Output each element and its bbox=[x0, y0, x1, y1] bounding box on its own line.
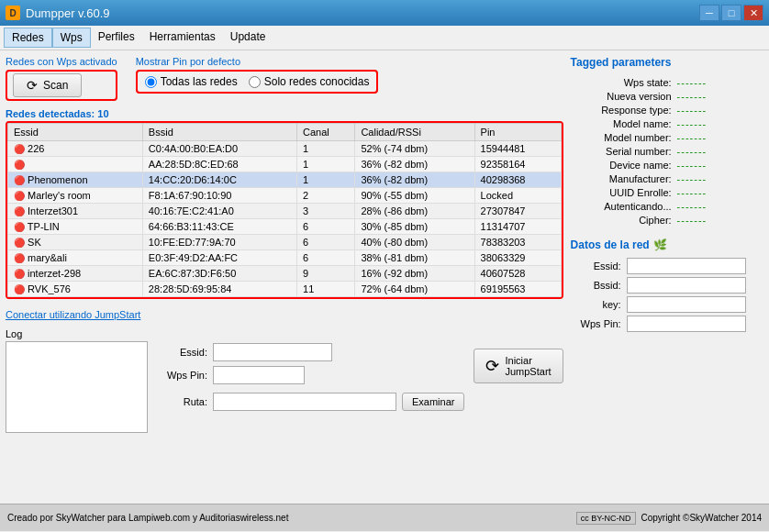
radio-todas[interactable]: Todas las redes bbox=[145, 75, 238, 88]
table-row[interactable]: 🔴 Phenomenon 14:CC:20:D6:14:0C 1 36% (-8… bbox=[8, 172, 562, 188]
datos-row: Bssid: bbox=[571, 277, 763, 294]
cell-canal: 1 bbox=[297, 141, 355, 157]
param-row: Autenticando... ------- bbox=[571, 201, 763, 212]
datos-row: Wps Pin: bbox=[571, 316, 763, 332]
table-row[interactable]: 🔴 interzet-298 EA:6C:87:3D:F6:50 9 16% (… bbox=[8, 266, 562, 282]
cell-canal: 1 bbox=[297, 157, 355, 172]
scan-label: Redes con Wps activado bbox=[6, 56, 117, 67]
param-label: Serial number: bbox=[571, 146, 672, 157]
radio-conocidas[interactable]: Solo redes conocidas bbox=[249, 75, 370, 88]
cell-pin: 27307847 bbox=[474, 204, 561, 219]
param-value: ------- bbox=[677, 201, 708, 212]
menu-wps[interactable]: Wps bbox=[52, 28, 91, 48]
scan-button[interactable]: ⟳ Scan bbox=[13, 73, 82, 97]
menu-update[interactable]: Update bbox=[223, 28, 273, 48]
datos-input[interactable] bbox=[627, 316, 746, 332]
table-row[interactable]: 🔴 Marley's room F8:1A:67:90:10:90 2 90% … bbox=[8, 188, 562, 204]
param-value: ------- bbox=[677, 160, 708, 171]
essid-input[interactable] bbox=[213, 343, 332, 361]
log-section: Log bbox=[6, 328, 148, 433]
datos-row: Essid: bbox=[571, 258, 763, 274]
datos-input[interactable] bbox=[627, 258, 746, 274]
pin-section: Mostrar Pin por defecto Todas las redes … bbox=[136, 56, 379, 94]
pin-radio-group: Todas las redes Solo redes conocidas bbox=[136, 70, 379, 94]
app-icon: D bbox=[6, 6, 20, 20]
datos-label: Wps Pin: bbox=[571, 318, 621, 329]
params-container: Wps state: ------- Nueva version -------… bbox=[571, 77, 763, 228]
param-label: Cipher: bbox=[571, 215, 672, 226]
datos-input[interactable] bbox=[627, 296, 746, 313]
menu-perfiles[interactable]: Perfiles bbox=[91, 28, 142, 48]
cell-essid: 🔴 Phenomenon bbox=[8, 172, 143, 188]
cell-pin: 40298368 bbox=[474, 172, 561, 188]
param-row: UUID Enrolle: ------- bbox=[571, 187, 763, 198]
ruta-input[interactable] bbox=[213, 393, 396, 411]
footer: Creado por SkyWatcher para Lampiweb.com … bbox=[0, 504, 769, 531]
cell-pin: 40607528 bbox=[474, 266, 561, 282]
iniciar-label: Iniciar bbox=[505, 355, 531, 366]
datos-input[interactable] bbox=[627, 277, 746, 294]
table-row[interactable]: 🔴 AA:28:5D:8C:ED:68 1 36% (-82 dbm) 9235… bbox=[8, 157, 562, 172]
menu-bar: Redes Wps Perfiles Herramientas Update bbox=[0, 26, 769, 50]
menu-redes[interactable]: Redes bbox=[4, 28, 52, 48]
pin-label: Mostrar Pin por defecto bbox=[136, 56, 379, 67]
cell-essid: 🔴 TP-LIN bbox=[8, 219, 143, 235]
cell-essid: 🔴 SK bbox=[8, 235, 143, 250]
maximize-button[interactable]: □ bbox=[721, 5, 741, 21]
param-value: ------- bbox=[677, 105, 708, 116]
param-label: UUID Enrolle: bbox=[571, 187, 672, 198]
cell-canal: 2 bbox=[297, 188, 355, 204]
iniciar-jumpstart-button[interactable]: ⟳ Iniciar JumpStart bbox=[474, 349, 563, 383]
cell-pin: Locked bbox=[474, 188, 561, 204]
ruta-row: Ruta: Examinar bbox=[157, 393, 464, 411]
param-row: Device name: ------- bbox=[571, 160, 763, 171]
col-bssid: Bssid bbox=[142, 124, 296, 141]
table-row[interactable]: 🔴 mary&ali E0:3F:49:D2:AA:FC 6 38% (-81 … bbox=[8, 250, 562, 266]
cell-essid: 🔴 Interzet301 bbox=[8, 204, 143, 219]
param-value: ------- bbox=[677, 77, 708, 88]
table-row[interactable]: 🔴 SK 10:FE:ED:77:9A:70 6 40% (-80 dbm) 7… bbox=[8, 235, 562, 250]
param-value: ------- bbox=[677, 215, 708, 226]
param-row: Manufacturer: ------- bbox=[571, 173, 763, 184]
network-icon: 🔴 bbox=[14, 253, 25, 263]
table-row[interactable]: 🔴 Interzet301 40:16:7E:C2:41:A0 3 28% (-… bbox=[8, 204, 562, 219]
cell-essid: 🔴 Marley's room bbox=[8, 188, 143, 204]
table-row[interactable]: 🔴 TP-LIN 64:66:B3:11:43:CE 6 30% (-85 db… bbox=[8, 219, 562, 235]
networks-header: Redes detectadas: 10 bbox=[6, 108, 563, 119]
minimize-button[interactable]: ─ bbox=[699, 5, 719, 21]
cell-calidad: 90% (-55 dbm) bbox=[355, 188, 474, 204]
cell-bssid: F8:1A:67:90:10:90 bbox=[142, 188, 296, 204]
essid-form-label: Essid: bbox=[157, 347, 207, 358]
footer-left: Creado por SkyWatcher para Lampiweb.com … bbox=[7, 513, 288, 523]
param-row: Serial number: ------- bbox=[571, 146, 763, 157]
param-row: Wps state: ------- bbox=[571, 77, 763, 88]
network-icon: 🔴 bbox=[14, 284, 25, 294]
scan-box: ⟳ Scan bbox=[6, 70, 117, 101]
table-row[interactable]: 🔴 RVK_576 28:28:5D:69:95:84 11 72% (-64 … bbox=[8, 282, 562, 297]
param-row: Model number: ------- bbox=[571, 132, 763, 143]
cell-canal: 6 bbox=[297, 219, 355, 235]
window-controls: ─ □ ✕ bbox=[699, 5, 763, 21]
cell-essid: 🔴 bbox=[8, 157, 143, 172]
networks-count: 10 bbox=[97, 108, 108, 119]
table-row[interactable]: 🔴 226 C0:4A:00:B0:EA:D0 1 52% (-74 dbm) … bbox=[8, 141, 562, 157]
tagged-title: Tagged parameters bbox=[571, 56, 763, 69]
col-canal: Canal bbox=[297, 124, 355, 141]
close-button[interactable]: ✕ bbox=[743, 5, 763, 21]
radio-conocidas-label: Solo redes conocidas bbox=[264, 75, 370, 88]
examinar-button[interactable]: Examinar bbox=[402, 393, 464, 411]
jumpstart-link[interactable]: Conectar utilizando JumpStart bbox=[6, 309, 140, 320]
cell-canal: 11 bbox=[297, 282, 355, 297]
datos-row: key: bbox=[571, 296, 763, 313]
cell-calidad: 30% (-85 dbm) bbox=[355, 219, 474, 235]
param-label: Model name: bbox=[571, 118, 672, 129]
datos-label: Bssid: bbox=[571, 280, 621, 291]
wpspin-input[interactable] bbox=[213, 366, 305, 384]
cell-calidad: 16% (-92 dbm) bbox=[355, 266, 474, 282]
wpspin-row: Wps Pin: bbox=[157, 366, 464, 384]
cell-bssid: C0:4A:00:B0:EA:D0 bbox=[142, 141, 296, 157]
param-value: ------- bbox=[677, 132, 708, 143]
menu-herramientas[interactable]: Herramientas bbox=[142, 28, 223, 48]
datos-container: Essid: Bssid: key: Wps Pin: bbox=[571, 258, 763, 335]
param-label: Autenticando... bbox=[571, 201, 672, 212]
